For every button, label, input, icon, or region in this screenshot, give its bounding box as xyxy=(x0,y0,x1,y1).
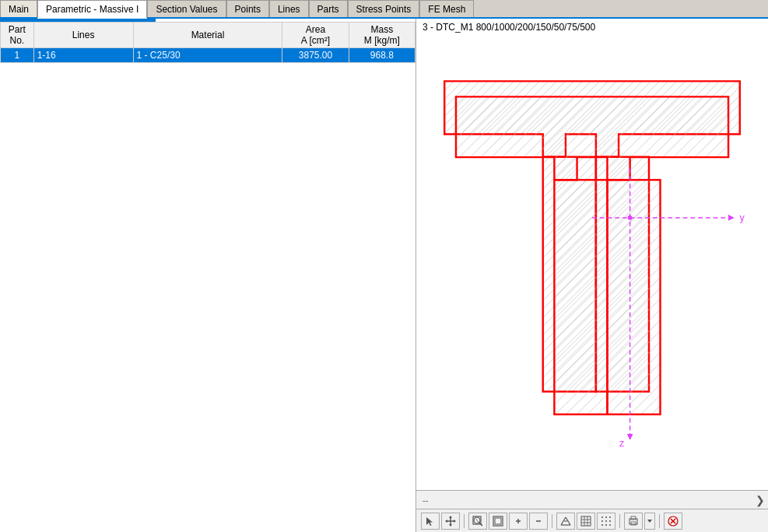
col-header-part-no: PartNo. xyxy=(1,23,34,48)
cell-mass: 968.8 xyxy=(349,48,415,63)
svg-point-40 xyxy=(609,516,611,518)
svg-point-42 xyxy=(605,520,607,522)
canvas-area[interactable]: y z xyxy=(416,36,768,490)
tab-points[interactable]: Points xyxy=(226,0,269,17)
scroll-right-icon[interactable]: ❯ xyxy=(756,494,765,506)
svg-point-44 xyxy=(601,524,603,526)
toolbar-pan-btn[interactable] xyxy=(441,513,460,530)
toolbar-select-btn[interactable] xyxy=(421,513,440,530)
cell-lines: 1-16 xyxy=(33,48,133,63)
svg-rect-25 xyxy=(495,518,501,524)
svg-point-41 xyxy=(601,520,603,522)
svg-text:y: y xyxy=(740,212,745,223)
main-content: PartNo. Lines Material AreaA [cm²] MassM… xyxy=(0,19,768,532)
svg-point-43 xyxy=(609,520,611,522)
right-panel: 3 - DTC_M1 800/1000/200/150/50/75/500 xyxy=(416,19,768,532)
toolbar-sep-3 xyxy=(619,514,620,528)
status-text: -- xyxy=(419,495,756,505)
svg-point-39 xyxy=(605,516,607,518)
svg-point-45 xyxy=(605,524,607,526)
toolbar-sep-4 xyxy=(659,514,660,528)
status-bar: -- ❯ xyxy=(416,490,768,509)
svg-marker-17 xyxy=(449,524,452,527)
svg-point-38 xyxy=(601,516,603,518)
canvas-title: 3 - DTC_M1 800/1000/200/150/50/75/500 xyxy=(416,19,768,36)
tab-fe-mesh[interactable]: FE Mesh xyxy=(419,0,474,17)
svg-marker-10 xyxy=(728,215,735,221)
toolbar-zoom-in-btn[interactable] xyxy=(509,513,528,530)
col-header-area: AreaA [cm²] xyxy=(282,23,349,48)
table-row[interactable]: 1 1-16 1 - C25/30 3875.00 968.8 xyxy=(1,48,416,63)
col-header-lines: Lines xyxy=(33,23,133,48)
left-panel: PartNo. Lines Material AreaA [cm²] MassM… xyxy=(0,19,416,532)
toolbar-measure-btn[interactable] xyxy=(556,513,575,530)
svg-marker-16 xyxy=(449,516,452,518)
tab-bar: Main Parametric - Massive I Section Valu… xyxy=(0,0,768,19)
svg-text:z: z xyxy=(619,438,624,449)
svg-rect-6 xyxy=(607,180,660,414)
svg-marker-19 xyxy=(454,520,456,523)
parts-table: PartNo. Lines Material AreaA [cm²] MassM… xyxy=(0,22,416,63)
toolbar-close-btn[interactable] xyxy=(664,513,682,530)
toolbar-zoom-fit-btn[interactable] xyxy=(489,513,507,530)
col-header-mass: MassM [kg/m] xyxy=(349,23,415,48)
toolbar-table-btn[interactable] xyxy=(577,513,595,530)
tab-lines[interactable]: Lines xyxy=(269,0,309,17)
bottom-toolbar xyxy=(416,509,768,532)
toolbar-sep-2 xyxy=(552,514,552,528)
svg-marker-18 xyxy=(445,520,447,523)
tab-parametric[interactable]: Parametric - Massive I xyxy=(37,0,147,19)
cell-material: 1 - C25/30 xyxy=(133,48,282,63)
tab-main[interactable]: Main xyxy=(0,0,37,17)
cell-area: 3875.00 xyxy=(282,48,349,63)
toolbar-sep-1 xyxy=(464,514,465,528)
svg-marker-50 xyxy=(647,520,652,523)
svg-rect-5 xyxy=(554,180,607,414)
toolbar-grid-btn[interactable] xyxy=(597,513,615,530)
svg-point-13 xyxy=(628,215,633,220)
tab-section-values[interactable]: Section Values xyxy=(147,0,226,17)
toolbar-print-dropdown-btn[interactable] xyxy=(644,513,655,530)
toolbar-zoom-out-btn[interactable] xyxy=(529,513,548,530)
tab-parts[interactable]: Parts xyxy=(309,0,348,17)
svg-rect-33 xyxy=(581,516,591,526)
svg-point-46 xyxy=(609,524,611,526)
svg-line-23 xyxy=(476,519,478,522)
tab-stress-points[interactable]: Stress Points xyxy=(348,0,420,17)
toolbar-zoom-window-btn[interactable] xyxy=(468,513,487,530)
cell-part-no: 1 xyxy=(1,48,34,63)
svg-marker-12 xyxy=(627,434,633,440)
col-header-material: Material xyxy=(133,23,282,48)
toolbar-print-btn[interactable] xyxy=(624,513,643,530)
section-drawing: y z xyxy=(416,51,768,490)
